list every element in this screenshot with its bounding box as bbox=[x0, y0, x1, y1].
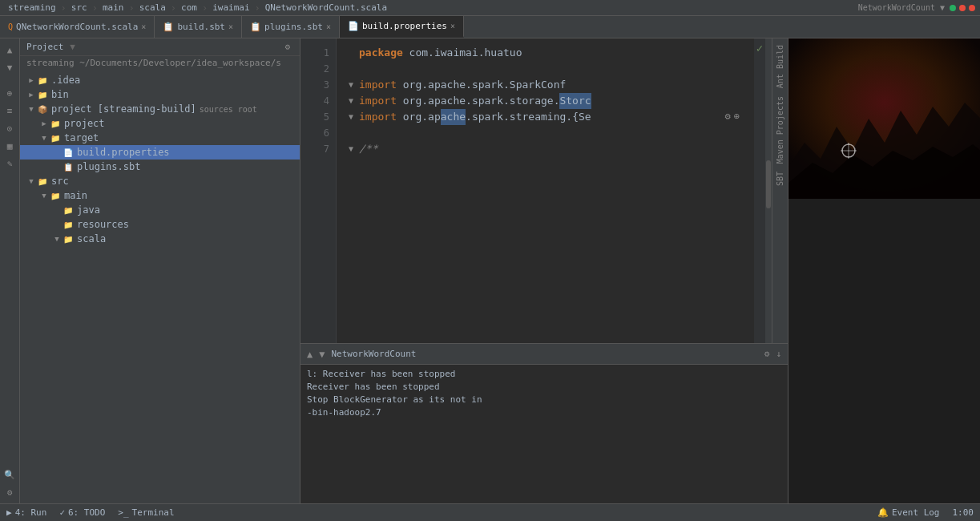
tab-buildsbt[interactable]: 📋 build.sbt × bbox=[155, 16, 242, 38]
tree-idea[interactable]: ▶ 📁 .idea bbox=[20, 73, 300, 87]
folder-idea-icon: 📁 bbox=[36, 75, 49, 86]
top-bar-com[interactable]: com bbox=[176, 2, 202, 13]
console-line-3: Receiver has been stopped bbox=[307, 381, 781, 394]
sidebar-btn-tool5[interactable]: ✎ bbox=[2, 155, 18, 172]
tree-scala[interactable]: ▼ 📁 scala bbox=[20, 232, 300, 246]
tree-target-label: target bbox=[64, 132, 99, 143]
arrow-idea: ▶ bbox=[26, 76, 36, 84]
tree-project-sub[interactable]: ▶ 📁 project bbox=[20, 116, 300, 131]
tab-close-buildsbt[interactable]: × bbox=[228, 22, 233, 31]
code-line-5: ▼ import org.apache.spark.streaming.{Se bbox=[343, 109, 754, 125]
code-line-3: ▼ import org.apache.spark.SparkConf bbox=[343, 77, 754, 93]
code-line-4: ▼ import org.apache.spark.storage.Storc bbox=[343, 93, 754, 109]
editor-toolbar: ⚙ ⊕ bbox=[725, 111, 740, 122]
tab-close-qnetwork[interactable]: × bbox=[141, 22, 146, 31]
code-content[interactable]: package com.iwaimai.huatuo ▼ import org.… bbox=[337, 38, 754, 343]
top-bar-src[interactable]: src bbox=[67, 2, 92, 13]
right-content bbox=[788, 38, 980, 503]
ant-build-label[interactable]: Ant Build bbox=[776, 42, 784, 91]
sidebar-settings-icon[interactable]: ⚙ bbox=[284, 42, 290, 52]
top-bar-scala[interactable]: scala bbox=[135, 2, 171, 13]
sidebar-project-label[interactable]: Project bbox=[26, 42, 63, 52]
console-line-1: l: Receiver has been stopped bbox=[307, 368, 781, 381]
sidebar-btn-up[interactable]: ▲ bbox=[2, 42, 18, 58]
tab-buildprops[interactable]: 📄 build.properties × bbox=[340, 16, 464, 38]
sidebar-btn-down[interactable]: ▼ bbox=[2, 59, 18, 75]
sidebar-btn-tool1[interactable]: ⊕ bbox=[2, 85, 18, 101]
fold-3[interactable]: ▼ bbox=[343, 77, 359, 93]
top-bar-main[interactable]: main bbox=[98, 2, 129, 13]
sidebar-btn-tool3[interactable]: ⊙ bbox=[2, 120, 18, 136]
sidebar-btn-tool2[interactable]: ≡ bbox=[2, 103, 18, 119]
toolbar-settings-icon[interactable]: ⚙ bbox=[725, 111, 731, 122]
arrow-main: ▼ bbox=[39, 192, 49, 200]
console-content: l: Receiver has been stopped Receiver ha… bbox=[300, 365, 788, 503]
tree-build-props-label: build.properties bbox=[77, 147, 170, 158]
status-todo[interactable]: ✓ 6: TODO bbox=[59, 507, 105, 518]
tree-bin[interactable]: ▶ 📁 bin bbox=[20, 87, 300, 102]
sidebar-header: Project ▼ ⚙ bbox=[20, 38, 300, 56]
status-run[interactable]: ▶ 4: Run bbox=[6, 507, 46, 518]
tree-plugins-sbt[interactable]: 📋 plugins.sbt bbox=[20, 160, 300, 174]
tree-resources[interactable]: 📁 resources bbox=[20, 217, 300, 232]
fold-7[interactable]: ▼ bbox=[343, 141, 359, 157]
event-log-label: Event Log bbox=[892, 507, 940, 518]
arrow-bin: ▶ bbox=[26, 91, 36, 99]
editor-vscroll[interactable] bbox=[765, 38, 772, 343]
folder-project-sub-icon: 📁 bbox=[49, 118, 62, 129]
status-bar: ▶ 4: Run ✓ 6: TODO >_ Terminal 🔔 Event L… bbox=[0, 503, 980, 521]
tab-plugins[interactable]: 📋 plugins.sbt × bbox=[242, 16, 340, 38]
status-terminal[interactable]: >_ Terminal bbox=[118, 507, 174, 518]
arrow-scala: ▼ bbox=[52, 235, 62, 243]
arrow-src: ▼ bbox=[26, 177, 36, 185]
project-sidebar: Project ▼ ⚙ streaming ~/Documents/Develo… bbox=[20, 38, 300, 503]
sidebar-btn-tool4[interactable]: ▦ bbox=[2, 138, 18, 154]
sidebar-btn-bottom1[interactable]: 🔍 bbox=[2, 466, 18, 483]
console-down-btn[interactable]: ▼ bbox=[319, 349, 325, 360]
tree-java[interactable]: 📁 java bbox=[20, 203, 300, 217]
arrow-project-sub: ▶ bbox=[39, 119, 49, 127]
event-log-icon: 🔔 bbox=[877, 507, 889, 518]
folder-src-icon: 📁 bbox=[36, 176, 49, 187]
top-bar-file[interactable]: QNetworkWordCount.scala bbox=[260, 2, 392, 13]
tree-resources-label: resources bbox=[77, 219, 129, 230]
sidebar-btn-bottom2[interactable]: ⚙ bbox=[2, 484, 18, 500]
status-time: 1:00 bbox=[953, 507, 974, 518]
tree-target[interactable]: ▼ 📁 target bbox=[20, 131, 300, 145]
tree-java-label: java bbox=[77, 204, 100, 216]
arrow-target: ▼ bbox=[39, 134, 49, 142]
console-settings-btn[interactable]: ⚙ bbox=[764, 349, 770, 359]
console-up-btn[interactable]: ▲ bbox=[307, 349, 313, 360]
sbt-label[interactable]: SBT bbox=[776, 168, 784, 189]
console-close-btn[interactable]: ↓ bbox=[776, 349, 781, 359]
top-bar-streaming[interactable]: streaming bbox=[3, 2, 61, 13]
desktop-image bbox=[788, 38, 980, 199]
status-event-log[interactable]: 🔔 Event Log bbox=[877, 507, 940, 518]
top-bar-iwaimai[interactable]: iwaimai bbox=[208, 2, 254, 13]
code-line-2 bbox=[343, 61, 754, 77]
editor-indicators: ✓ bbox=[754, 38, 765, 343]
console-title: NetworkWordCount bbox=[331, 349, 416, 359]
tree-build-properties[interactable]: 📄 build.properties bbox=[20, 145, 300, 160]
toolbar-expand-icon[interactable]: ⊕ bbox=[734, 111, 740, 122]
tree-src[interactable]: ▼ 📁 src bbox=[20, 174, 300, 188]
tree-main-label: main bbox=[64, 190, 87, 201]
tab-close-plugins[interactable]: × bbox=[326, 22, 331, 31]
editor-area: 1 2 3 4 5 6 7 package com.iwaimai.huatuo bbox=[300, 38, 788, 503]
tree-bin-label: bin bbox=[51, 89, 69, 100]
fold-1[interactable] bbox=[343, 45, 359, 61]
fold-4[interactable]: ▼ bbox=[343, 93, 359, 109]
vscroll-thumb bbox=[766, 160, 771, 208]
line-numbers: 1 2 3 4 5 6 7 bbox=[300, 38, 337, 343]
folder-main-icon: 📁 bbox=[49, 190, 62, 201]
code-editor[interactable]: 1 2 3 4 5 6 7 package com.iwaimai.huatuo bbox=[300, 38, 788, 343]
tab-qnetwork[interactable]: Q QNetworkWordCount.scala × bbox=[0, 16, 155, 38]
tree-project[interactable]: ▼ 📦 project [streaming-build] sources ro… bbox=[20, 102, 300, 116]
console-area: ▲ ▼ NetworkWordCount ⚙ ↓ l: Receiver has… bbox=[300, 343, 788, 503]
tab-close-buildprops[interactable]: × bbox=[450, 22, 455, 30]
fold-5[interactable]: ▼ bbox=[343, 109, 359, 125]
maven-label[interactable]: Maven Projects bbox=[776, 93, 784, 167]
tree-main[interactable]: ▼ 📁 main bbox=[20, 188, 300, 203]
code-line-1: package com.iwaimai.huatuo bbox=[343, 45, 754, 61]
folder-resources-icon: 📁 bbox=[62, 219, 75, 230]
